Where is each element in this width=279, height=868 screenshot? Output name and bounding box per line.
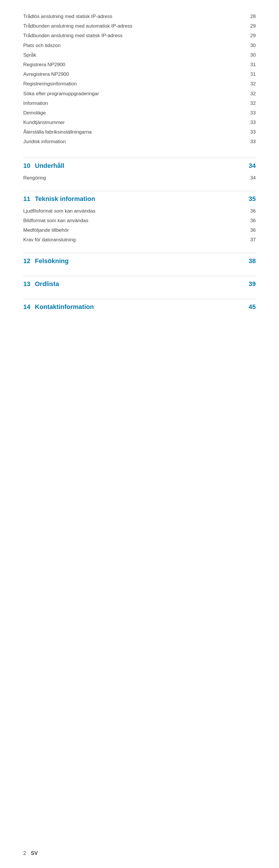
toc-item-page: 31 [247, 61, 256, 68]
toc-item-page: 33 [247, 119, 256, 126]
toc-top-item: Registrera NP290031 [23, 60, 256, 69]
toc-sub-item: Medföljande tillbehör36 [23, 225, 256, 235]
toc-sub-item: Rengöring34 [23, 173, 256, 183]
toc-section-header: 10Underhåll34 [23, 158, 256, 173]
toc-item-page: 32 [247, 90, 256, 98]
footer-page-number: 2 [23, 850, 26, 857]
toc-top-item: Information32 [23, 98, 256, 108]
toc-section: 13Ordlista39 [23, 276, 256, 291]
toc-item-page: 28 [247, 12, 256, 20]
toc-item-page: 33 [247, 109, 256, 117]
toc-item-text: Trådbunden anslutning med automatisk IP-… [23, 22, 247, 30]
toc-item-text: Information [23, 99, 247, 107]
toc-item-text: Språk [23, 51, 247, 59]
toc-section-header: 13Ordlista39 [23, 276, 256, 291]
section-number: 14 [23, 303, 31, 311]
toc-sub-item: Bildformat som kan användas36 [23, 216, 256, 225]
toc-top-item: Juridisk information33 [23, 137, 256, 146]
toc-item-page: 30 [247, 41, 256, 50]
section-number: 10 [23, 162, 31, 169]
toc-item-page: 29 [247, 32, 256, 39]
sections-container: 10Underhåll34Rengöring3411Teknisk inform… [23, 158, 256, 314]
section-page: 34 [247, 162, 256, 169]
toc-item-page: 33 [247, 128, 256, 136]
toc-sub-item-page: 36 [247, 207, 256, 215]
section-number: 11 [23, 195, 31, 203]
toc-sub-item-page: 36 [247, 226, 256, 234]
toc-sub-items: Ljudfilsformat som kan användas36Bildfor… [23, 206, 256, 245]
toc-item-page: 33 [247, 138, 256, 146]
toc-section: 12Felsökning38 [23, 253, 256, 268]
toc-item-page: 30 [247, 51, 256, 59]
section-title: Underhåll [35, 162, 247, 169]
toc-item-page: 32 [247, 80, 256, 88]
toc-item-text: Återställa fabriksinställningarna [23, 128, 247, 136]
toc-top-item: Språk30 [23, 50, 256, 60]
toc-top-item: Kundtjänstnummer33 [23, 118, 256, 127]
toc-item-page: 32 [247, 99, 256, 107]
toc-item-text: Registrera NP2900 [23, 61, 247, 68]
section-number: 13 [23, 280, 31, 288]
toc-section-header: 12Felsökning38 [23, 253, 256, 268]
toc-sub-item-text: Krav för datoranslutning [23, 236, 247, 244]
toc-top-item: Återställa fabriksinställningarna33 [23, 127, 256, 137]
toc-sub-item-text: Rengöring [23, 174, 247, 182]
top-items-list: Trådlös anslutning med statisk IP-adress… [23, 11, 256, 150]
toc-sub-item-page: 34 [247, 174, 256, 182]
toc-section: 14Kontaktinformation45 [23, 299, 256, 314]
section-page: 35 [247, 195, 256, 203]
toc-section: 10Underhåll34Rengöring34 [23, 158, 256, 183]
section-page: 45 [247, 303, 256, 311]
section-page: 38 [247, 257, 256, 265]
footer-language: SV [31, 850, 38, 857]
toc-sub-items: Rengöring34 [23, 173, 256, 183]
toc-top-item: Trådlös anslutning med statisk IP-adress… [23, 11, 256, 21]
toc-item-text: Trådlös anslutning med statisk IP-adress [23, 12, 247, 20]
toc-top-item: Trådbunden anslutning med automatisk IP-… [23, 21, 256, 31]
toc-item-text: Söka efter programuppgraderingar [23, 90, 247, 98]
toc-item-page: 29 [247, 22, 256, 30]
page-container: Trådlös anslutning med statisk IP-adress… [0, 0, 279, 868]
toc-top-item: Plats och tidszon30 [23, 41, 256, 50]
section-page: 39 [247, 280, 256, 288]
toc-sub-item-page: 36 [247, 217, 256, 224]
section-number: 12 [23, 257, 31, 265]
toc-item-text: Trådbunden anslutning med statisk IP-adr… [23, 32, 247, 39]
toc-top-item: Trådbunden anslutning med statisk IP-adr… [23, 31, 256, 40]
toc-top-item: Söka efter programuppgraderingar32 [23, 89, 256, 98]
toc-sub-item: Krav för datoranslutning37 [23, 235, 256, 245]
section-title: Kontaktinformation [35, 303, 247, 311]
toc-section: 11Teknisk information35Ljudfilsformat so… [23, 191, 256, 245]
page-footer: 2 SV [23, 850, 256, 857]
toc-sub-item-text: Ljudfilsformat som kan användas [23, 207, 247, 215]
toc-sub-item-text: Bildformat som kan användas [23, 217, 247, 224]
section-title: Felsökning [35, 257, 247, 265]
toc-item-text: Juridisk information [23, 138, 247, 146]
toc-top-item: Registreringsinformation32 [23, 79, 256, 89]
toc-item-text: Kundtjänstnummer [23, 119, 247, 126]
toc-sub-item: Ljudfilsformat som kan användas36 [23, 206, 256, 216]
toc-item-text: Demoläge [23, 109, 247, 117]
toc-item-text: Avregistrera NP2900 [23, 70, 247, 78]
toc-sub-item-text: Medföljande tillbehör [23, 226, 247, 234]
toc-sub-item-page: 37 [247, 236, 256, 244]
toc-section-header: 11Teknisk information35 [23, 191, 256, 206]
toc-item-text: Registreringsinformation [23, 80, 247, 88]
toc-item-text: Plats och tidszon [23, 41, 247, 50]
toc-item-page: 31 [247, 70, 256, 78]
section-title: Teknisk information [35, 195, 247, 203]
section-title: Ordlista [35, 280, 247, 288]
toc-section-header: 14Kontaktinformation45 [23, 299, 256, 314]
toc-top-item: Avregistrera NP290031 [23, 69, 256, 79]
toc-top-item: Demoläge33 [23, 108, 256, 118]
